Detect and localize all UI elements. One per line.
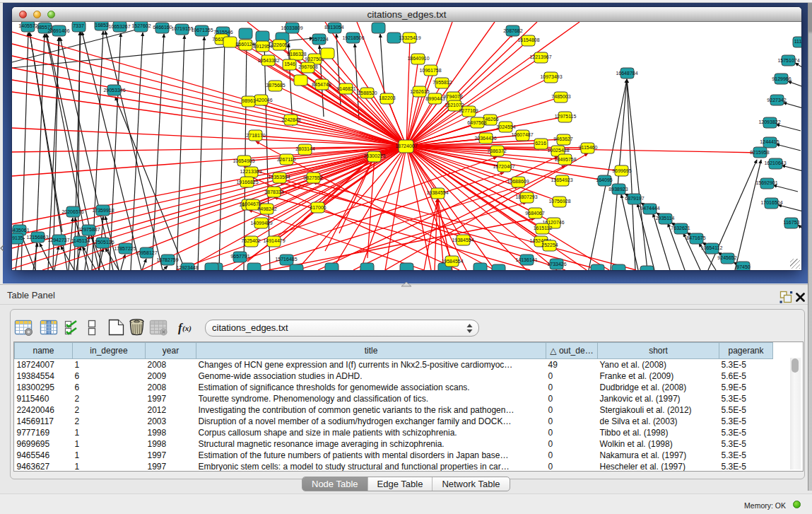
svg-text:2718170: 2718170	[246, 133, 265, 138]
svg-text:16853: 16853	[95, 23, 109, 28]
svg-text:7955812: 7955812	[433, 80, 452, 85]
svg-text:18807293: 18807293	[515, 194, 537, 199]
svg-text:7357224: 7357224	[309, 37, 328, 42]
svg-text:10025438: 10025438	[547, 148, 569, 153]
svg-text:8186328: 8186328	[287, 52, 306, 57]
svg-text:16648784: 16648784	[616, 71, 637, 76]
svg-text:2967608: 2967608	[298, 64, 317, 69]
svg-text:1588520: 1588520	[358, 90, 377, 95]
svg-text:19384554: 19384554	[452, 238, 473, 243]
svg-text:8813054: 8813054	[324, 25, 343, 30]
svg-text:19218506: 19218506	[342, 35, 364, 40]
svg-text:182203: 182203	[379, 95, 395, 100]
svg-text:10607487: 10607487	[511, 132, 533, 137]
svg-text:1733426: 1733426	[547, 262, 566, 267]
svg-text:(x): (x)	[182, 324, 192, 333]
svg-text:13226058: 13226058	[268, 42, 290, 47]
svg-text:3267110: 3267110	[277, 157, 296, 162]
svg-text:7485003: 7485003	[551, 94, 570, 99]
svg-text:29053346: 29053346	[103, 88, 125, 93]
svg-text:20364436: 20364436	[474, 136, 496, 141]
svg-text:9794078: 9794078	[443, 94, 462, 99]
svg-text:18724007: 18724007	[395, 144, 417, 148]
svg-text:1546: 1546	[284, 62, 295, 66]
svg-text:1244415: 1244415	[760, 139, 779, 144]
svg-text:9699695: 9699695	[612, 168, 631, 173]
svg-text:12213967: 12213967	[529, 54, 551, 59]
svg-text:116753: 116753	[784, 220, 800, 225]
svg-text:1145134: 1145134	[71, 238, 90, 243]
svg-text:9498242: 9498242	[257, 206, 276, 211]
svg-text:10958127: 10958127	[135, 250, 157, 255]
svg-text:10654112: 10654112	[701, 245, 723, 250]
svg-text:8990443: 8990443	[425, 96, 445, 101]
svg-text:3878334: 3878334	[264, 189, 283, 194]
svg-text:13325419: 13325419	[399, 35, 420, 40]
svg-text:14136141: 14136141	[515, 257, 537, 262]
svg-text:10653267: 10653267	[108, 24, 130, 29]
svg-text:97450: 97450	[736, 264, 751, 269]
svg-text:13654923: 13654923	[551, 177, 572, 182]
svg-text:3875685: 3875685	[266, 83, 285, 88]
svg-text:252254: 252254	[541, 243, 558, 247]
svg-text:8660124: 8660124	[235, 42, 254, 47]
svg-text:25300275: 25300275	[363, 153, 385, 158]
svg-text:9684067: 9684067	[525, 211, 544, 216]
svg-text:9245652: 9245652	[717, 255, 736, 260]
svg-text:8215958: 8215958	[750, 150, 769, 155]
svg-text:9277169: 9277169	[459, 108, 478, 113]
svg-text:12923448: 12923448	[176, 265, 198, 270]
svg-text:1405572: 1405572	[18, 23, 37, 28]
svg-text:12093822: 12093822	[758, 119, 780, 124]
svg-text:16154808: 16154808	[517, 37, 539, 42]
svg-text:7386372: 7386372	[487, 148, 506, 153]
svg-text:16782759: 16782759	[156, 257, 178, 262]
svg-text:19166825: 19166825	[236, 180, 258, 185]
svg-text:12505135: 12505135	[92, 240, 114, 245]
svg-text:9129966: 9129966	[772, 76, 791, 81]
svg-text:1262615: 1262615	[410, 89, 429, 94]
svg-text:12213363: 12213363	[240, 169, 261, 174]
svg-text:12353594: 12353594	[268, 175, 290, 180]
svg-text:14914479: 14914479	[263, 238, 285, 243]
svg-text:15751074: 15751074	[777, 58, 799, 63]
svg-text:8938923: 8938923	[608, 187, 628, 192]
svg-text:164095: 164095	[596, 177, 612, 182]
svg-text:7632621: 7632621	[671, 226, 690, 230]
svg-text:2242848: 2242848	[281, 117, 300, 122]
svg-text:3024554: 3024554	[496, 124, 515, 129]
svg-text:2803144: 2803144	[295, 146, 314, 151]
svg-text:20206576: 20206576	[61, 209, 83, 214]
svg-text:9657791: 9657791	[230, 254, 249, 259]
svg-text:1615112: 1615112	[534, 226, 553, 230]
svg-text:12156863: 12156863	[26, 235, 48, 240]
svg-text:7337: 7337	[73, 23, 84, 28]
svg-text:417006: 417006	[310, 205, 326, 210]
svg-text:17359918: 17359918	[92, 208, 114, 213]
svg-text:10756928: 10756928	[548, 199, 570, 204]
svg-text:6216: 6216	[535, 141, 546, 146]
svg-text:15716485: 15716485	[275, 257, 297, 262]
svg-text:10671355: 10671355	[191, 28, 213, 33]
svg-text:6497568: 6497568	[467, 120, 486, 125]
svg-text:9115460: 9115460	[579, 145, 598, 150]
svg-text:12975115: 12975115	[555, 114, 577, 119]
svg-text:9474444: 9474444	[640, 206, 659, 211]
svg-text:17857225: 17857225	[114, 246, 136, 251]
svg-text:10719155: 10719155	[171, 26, 193, 31]
svg-text:1621072: 1621072	[445, 103, 464, 107]
svg-text:10973493: 10973493	[540, 74, 562, 79]
svg-text:2935114: 2935114	[656, 216, 675, 221]
svg-text:9827552: 9827552	[303, 175, 322, 180]
svg-text:12942737: 12942737	[47, 238, 69, 243]
svg-text:32975887: 32975887	[78, 227, 100, 232]
svg-text:20691406: 20691406	[47, 28, 69, 33]
svg-text:19384554: 19384554	[426, 190, 448, 195]
svg-text:1527602: 1527602	[131, 23, 151, 28]
svg-text:10654985: 10654985	[233, 158, 254, 163]
svg-text:9463627: 9463627	[553, 136, 572, 141]
svg-text:6466160: 6466160	[153, 25, 172, 30]
svg-text:16210643: 16210643	[764, 160, 786, 165]
svg-text:98961: 98961	[242, 98, 256, 103]
svg-text:19584554: 19584554	[441, 259, 463, 264]
